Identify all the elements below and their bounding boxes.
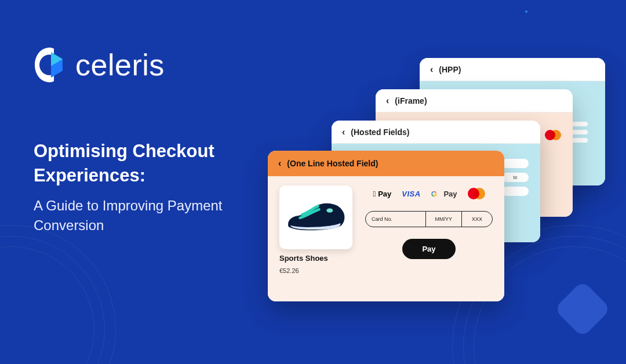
brand-mark-icon: [34, 46, 66, 83]
product-price: €52.26: [279, 267, 352, 274]
svg-point-0: [326, 208, 333, 212]
one-line-card-input[interactable]: Card No. MM/YY XXX: [365, 211, 493, 227]
card-hpp-header: ‹ (HPP): [420, 58, 605, 81]
visa-icon[interactable]: VISA: [402, 190, 420, 198]
chevron-left-icon: ‹: [342, 128, 345, 137]
card-one-line-label: (One Line Hosted Field): [287, 159, 378, 168]
pay-button[interactable]: Pay: [402, 239, 455, 259]
apple-logo-icon: : [373, 190, 376, 198]
card-one-line-hosted-field: ‹ (One Line Hosted Field) Sports Shoes €…: [268, 151, 504, 301]
card-iframe-label: (iFrame): [395, 96, 427, 105]
card-hpp-label: (HPP): [439, 65, 461, 74]
sports-shoe-icon: [284, 197, 348, 238]
card-hosted-fields-header: ‹ (Hosted Fields): [332, 121, 540, 144]
payment-method-row: Pay VISA G Pay: [373, 188, 485, 199]
product-title: Sports Shoes: [279, 254, 352, 263]
card-one-line-header: ‹ (One Line Hosted Field): [268, 151, 504, 176]
product-tile: Sports Shoes €52.26: [279, 185, 352, 290]
card-hosted-fields-label: (Hosted Fields): [351, 128, 409, 137]
bg-dot: [525, 10, 527, 13]
field-pill-date: te: [502, 173, 529, 182]
headline-title: Optimising Checkout Experiences:: [34, 139, 283, 188]
card-iframe-header: ‹ (iFrame): [376, 89, 573, 112]
brand-name: celeris: [75, 48, 165, 82]
chevron-left-icon: ‹: [386, 96, 389, 105]
payment-area: Pay VISA G Pay Card No. MM/YY XXX Pay: [365, 185, 493, 290]
chevron-left-icon: ‹: [430, 65, 433, 74]
apple-pay-icon[interactable]: Pay: [373, 190, 391, 198]
card-number-segment[interactable]: Card No.: [366, 212, 425, 227]
bg-diamond: [554, 281, 612, 338]
google-pay-icon[interactable]: G Pay: [431, 190, 457, 198]
product-image: [279, 185, 352, 249]
card-cvv-segment[interactable]: XXX: [461, 212, 492, 227]
headline-subtitle: A Guide to Improving Payment Conversion: [34, 196, 283, 236]
headline-block: Optimising Checkout Experiences: A Guide…: [34, 139, 283, 236]
mastercard-icon: [545, 130, 561, 140]
brand-logo: celeris: [34, 46, 165, 83]
bg-rings-bottom-left: [0, 225, 116, 364]
mastercard-icon[interactable]: [468, 188, 485, 199]
card-expiry-segment[interactable]: MM/YY: [425, 212, 461, 227]
field-pills: te: [502, 159, 529, 196]
chevron-left-icon[interactable]: ‹: [278, 159, 281, 168]
